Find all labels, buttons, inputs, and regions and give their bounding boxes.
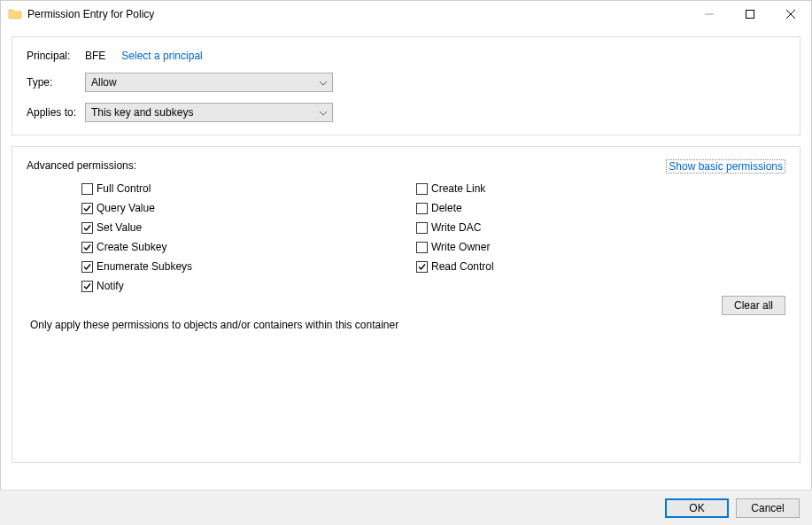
permission-label: Write Owner bbox=[431, 241, 490, 253]
close-button[interactable] bbox=[770, 1, 811, 27]
principal-value: BFE bbox=[85, 50, 105, 62]
dialog-footer: OK Cancel bbox=[0, 490, 812, 525]
checkbox-box bbox=[416, 203, 428, 214]
applies-select-value: This key and subkeys bbox=[91, 106, 193, 119]
svg-rect-1 bbox=[746, 11, 754, 19]
chevron-down-icon bbox=[320, 78, 327, 88]
principal-row: Principal: BFE Select a principal bbox=[27, 50, 785, 62]
permission-label: Create Link bbox=[431, 182, 485, 195]
clear-all-button[interactable]: Clear all bbox=[722, 296, 785, 315]
permission-label: Notify bbox=[97, 280, 124, 292]
permission-label: Full Control bbox=[97, 182, 151, 195]
checkbox-box bbox=[416, 222, 428, 234]
permissions-column-1: Full ControlQuery ValueSet ValueCreate S… bbox=[81, 181, 416, 294]
permission-label: Write DAC bbox=[431, 221, 481, 234]
permission-checkbox[interactable]: Write DAC bbox=[416, 220, 494, 235]
permission-label: Create Subkey bbox=[97, 241, 166, 253]
applies-label: Applies to: bbox=[27, 106, 85, 119]
permission-checkbox[interactable]: Set Value bbox=[81, 220, 416, 235]
type-label: Type: bbox=[27, 76, 85, 89]
checkbox-box bbox=[81, 222, 93, 234]
checkbox-box bbox=[81, 261, 93, 273]
minimize-button[interactable] bbox=[689, 1, 730, 27]
advanced-header: Advanced permissions: Show basic permiss… bbox=[27, 159, 785, 174]
checkbox-box bbox=[416, 261, 428, 273]
checkbox-box bbox=[81, 183, 93, 195]
only-apply-checkbox[interactable]: Only apply these permissions to objects … bbox=[27, 319, 785, 331]
content-area: Principal: BFE Select a principal Type: … bbox=[1, 27, 811, 463]
checkbox-box bbox=[416, 242, 428, 253]
type-select-value: Allow bbox=[91, 76, 117, 89]
cancel-button[interactable]: Cancel bbox=[736, 498, 800, 518]
permission-checkbox[interactable]: Enumerate Subkeys bbox=[81, 259, 416, 274]
titlebar: Permission Entry for Policy bbox=[1, 1, 811, 27]
permission-checkbox[interactable]: Create Link bbox=[416, 181, 494, 197]
maximize-button[interactable] bbox=[730, 1, 770, 27]
permission-label: Set Value bbox=[97, 221, 142, 234]
permission-checkbox[interactable]: Read Control bbox=[416, 259, 494, 274]
permission-checkbox[interactable]: Query Value bbox=[81, 200, 416, 216]
permission-label: Query Value bbox=[97, 202, 155, 214]
checkbox-box bbox=[81, 203, 93, 214]
permission-label: Read Control bbox=[431, 260, 494, 273]
window-title: Permission Entry for Policy bbox=[27, 8, 689, 20]
checkbox-box bbox=[81, 281, 93, 292]
principal-label: Principal: bbox=[27, 50, 85, 62]
permission-label: Delete bbox=[431, 202, 462, 214]
permission-label: Enumerate Subkeys bbox=[97, 260, 192, 273]
checkbox-box bbox=[416, 183, 428, 195]
permission-checkbox[interactable]: Write Owner bbox=[416, 239, 494, 255]
folder-icon bbox=[8, 7, 22, 21]
header-panel: Principal: BFE Select a principal Type: … bbox=[12, 36, 800, 135]
type-row: Type: Allow bbox=[27, 73, 785, 92]
window-buttons bbox=[689, 1, 811, 27]
ok-button[interactable]: OK bbox=[665, 498, 729, 518]
permission-checkbox[interactable]: Notify bbox=[81, 278, 416, 294]
applies-select[interactable]: This key and subkeys bbox=[85, 103, 333, 122]
permissions-column-2: Create LinkDeleteWrite DACWrite OwnerRea… bbox=[416, 181, 494, 294]
permission-checkbox[interactable]: Full Control bbox=[81, 181, 416, 197]
checkbox-box bbox=[81, 242, 93, 253]
advanced-permissions-label: Advanced permissions: bbox=[27, 159, 136, 172]
select-principal-link[interactable]: Select a principal bbox=[121, 50, 202, 62]
only-apply-label: Only apply these permissions to objects … bbox=[30, 319, 398, 331]
permissions-panel: Advanced permissions: Show basic permiss… bbox=[12, 146, 800, 463]
type-select[interactable]: Allow bbox=[85, 73, 333, 92]
applies-row: Applies to: This key and subkeys bbox=[27, 103, 785, 122]
permission-checkbox[interactable]: Delete bbox=[416, 200, 494, 216]
permission-checkbox[interactable]: Create Subkey bbox=[81, 239, 416, 255]
permissions-grid: Full ControlQuery ValueSet ValueCreate S… bbox=[81, 181, 785, 294]
chevron-down-icon bbox=[320, 108, 327, 118]
show-basic-link[interactable]: Show basic permissions bbox=[666, 159, 785, 174]
